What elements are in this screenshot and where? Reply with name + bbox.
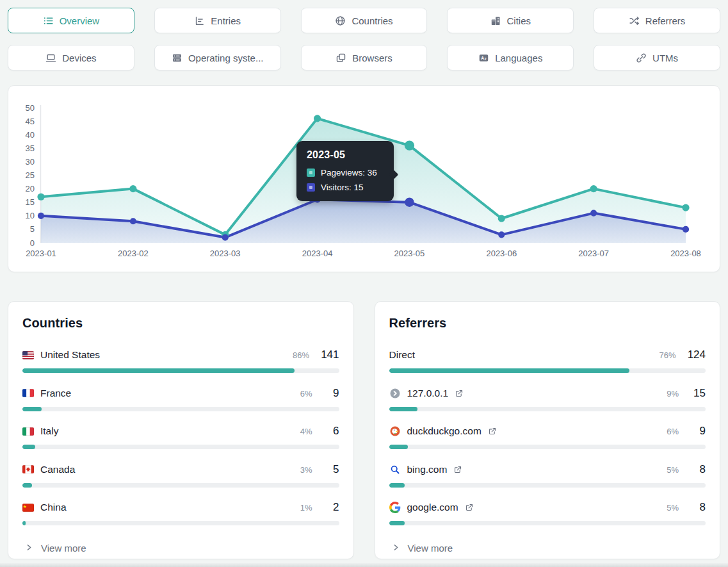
next-section-edge bbox=[0, 563, 728, 567]
svg-text:A: A bbox=[481, 55, 484, 60]
country-row-italy: Italy 4% 6 bbox=[22, 424, 339, 449]
tab-cities[interactable]: Cities bbox=[447, 8, 574, 33]
referrers-card-title: Referrers bbox=[389, 316, 706, 331]
referrer-row-duckduckgo-com: duckduckgo.com 6% 9 bbox=[389, 424, 706, 449]
tab-label: Devices bbox=[62, 53, 96, 63]
country-name: United States bbox=[40, 349, 100, 361]
percent-label: 6% bbox=[667, 427, 679, 436]
tab-referrers[interactable]: Referrers bbox=[594, 8, 720, 33]
referrers-list: Direct 76% 124 127.0.0.1 9% 15 bbox=[389, 348, 706, 539]
bing-com-favicon-icon bbox=[389, 464, 401, 475]
svg-text:2023-03: 2023-03 bbox=[210, 249, 241, 258]
tooltip-series-row: Pageviews: 36 bbox=[307, 168, 385, 177]
tab-label: UTMs bbox=[652, 53, 678, 63]
tab-label: Cities bbox=[507, 15, 531, 26]
tab-devices[interactable]: Devices bbox=[8, 45, 134, 70]
tab-utms[interactable]: UTMs bbox=[594, 45, 720, 70]
progress-fill bbox=[22, 483, 32, 488]
percent-label: 3% bbox=[300, 465, 312, 475]
referrer-name[interactable]: 127.0.0.1 bbox=[407, 388, 449, 399]
count-value: 8 bbox=[690, 501, 706, 514]
external-link-icon[interactable] bbox=[465, 503, 474, 512]
progress-fill bbox=[389, 521, 405, 525]
visitors-legend-swatch bbox=[307, 183, 315, 192]
svg-text:25: 25 bbox=[26, 170, 35, 180]
fr-flag-icon bbox=[22, 389, 34, 397]
tab-countries[interactable]: Countries bbox=[301, 8, 428, 33]
traffic-chart-card: 051015202530354045502023-012023-022023-0… bbox=[8, 85, 720, 272]
windows-icon bbox=[336, 53, 346, 63]
progress-track bbox=[389, 483, 706, 488]
view-more-label: View more bbox=[41, 543, 86, 554]
svg-text:2023-01: 2023-01 bbox=[26, 249, 56, 258]
progress-track bbox=[389, 521, 706, 525]
globe-icon bbox=[335, 15, 346, 26]
percent-label: 9% bbox=[667, 389, 679, 399]
tooltip-series-value: Visitors: 15 bbox=[321, 183, 364, 192]
svg-text:35: 35 bbox=[26, 144, 35, 153]
bar-chart-icon bbox=[194, 15, 205, 26]
ca-flag-icon bbox=[22, 465, 34, 473]
svg-text:2: 2 bbox=[485, 57, 487, 61]
progress-track bbox=[389, 407, 706, 411]
chevron-right-icon bbox=[392, 543, 400, 554]
svg-text:2023-08: 2023-08 bbox=[670, 249, 701, 258]
referrer-name[interactable]: bing.com bbox=[407, 464, 448, 475]
country-row-canada: Canada 3% 5 bbox=[22, 463, 339, 488]
duckduckgo-com-favicon-icon bbox=[389, 425, 401, 437]
progress-track bbox=[22, 521, 339, 525]
progress-fill bbox=[22, 407, 42, 411]
progress-fill bbox=[389, 445, 408, 449]
external-link-icon[interactable] bbox=[453, 465, 462, 474]
metric-tabs: OverviewEntriesCountriesCitiesReferrersD… bbox=[8, 8, 720, 70]
referrers-view-more-button[interactable]: View more bbox=[389, 539, 706, 556]
tab-label: Languages bbox=[495, 53, 542, 63]
count-value: 2 bbox=[324, 501, 339, 514]
shuffle-icon bbox=[629, 15, 640, 26]
progress-track bbox=[389, 445, 706, 449]
svg-text:50: 50 bbox=[26, 103, 35, 113]
view-more-label: View more bbox=[408, 543, 453, 554]
tab-entries[interactable]: Entries bbox=[154, 8, 281, 33]
progress-fill bbox=[22, 368, 295, 373]
countries-card: Countries United States 86% 141 France 6… bbox=[8, 301, 354, 559]
count-value: 9 bbox=[324, 387, 339, 400]
translate-icon: A2 bbox=[478, 53, 489, 63]
svg-text:40: 40 bbox=[26, 130, 35, 140]
external-link-icon[interactable] bbox=[455, 389, 464, 398]
svg-text:2023-04: 2023-04 bbox=[302, 249, 333, 258]
count-value: 6 bbox=[324, 425, 339, 438]
progress-fill bbox=[22, 445, 35, 449]
cn-flag-icon bbox=[22, 504, 34, 512]
country-name: Canada bbox=[40, 464, 75, 475]
count-value: 15 bbox=[690, 387, 706, 400]
127-0-0-1-favicon-icon bbox=[389, 388, 401, 399]
referrer-row-direct: Direct 76% 124 bbox=[389, 348, 706, 373]
tab-operating-syste[interactable]: Operating syste... bbox=[154, 45, 281, 70]
referrer-name[interactable]: duckduckgo.com bbox=[407, 425, 481, 437]
countries-view-more-button[interactable]: View more bbox=[22, 539, 339, 556]
count-value: 141 bbox=[321, 349, 339, 361]
referrer-name[interactable]: google.com bbox=[407, 502, 458, 513]
tab-overview[interactable]: Overview bbox=[8, 8, 134, 33]
percent-label: 5% bbox=[667, 465, 679, 475]
progress-track bbox=[22, 483, 339, 488]
tooltip-date: 2023-05 bbox=[307, 149, 385, 161]
tab-browsers[interactable]: Browsers bbox=[301, 45, 428, 70]
pageviews-legend-swatch bbox=[307, 168, 315, 177]
tab-label: Overview bbox=[60, 15, 100, 26]
tab-label: Operating syste... bbox=[188, 53, 264, 63]
progress-fill bbox=[389, 407, 418, 411]
progress-fill bbox=[22, 521, 26, 525]
progress-track bbox=[22, 368, 339, 373]
referrer-row-127-0-0-1: 127.0.0.1 9% 15 bbox=[389, 386, 706, 411]
tab-languages[interactable]: A2Languages bbox=[447, 45, 574, 70]
count-value: 9 bbox=[690, 425, 706, 438]
progress-fill bbox=[389, 368, 630, 373]
svg-text:10: 10 bbox=[26, 211, 35, 220]
buildings-icon bbox=[490, 15, 501, 26]
percent-label: 6% bbox=[300, 389, 312, 399]
country-name: France bbox=[40, 388, 71, 399]
external-link-icon[interactable] bbox=[488, 427, 497, 436]
percent-label: 4% bbox=[300, 427, 312, 436]
